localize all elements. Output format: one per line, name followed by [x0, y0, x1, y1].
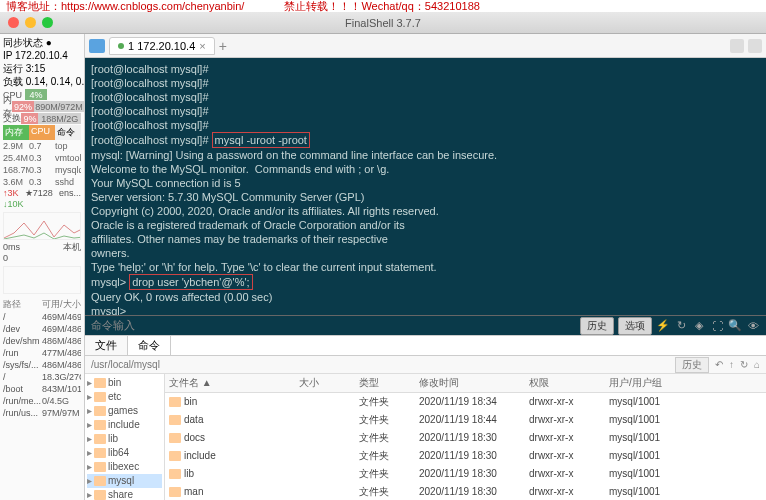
file-panel: 文件 命令 /usr/local/mysql 历史 ↶ ↑ ↻ ⌂ ▸bin▸e… — [85, 335, 766, 500]
file-row[interactable]: lib文件夹2020/11/19 18:30drwxr-xr-xmysql/10… — [165, 465, 766, 483]
chevron-right-icon: ▸ — [87, 446, 92, 460]
refresh-icon[interactable]: ↻ — [740, 359, 748, 370]
tree-item[interactable]: ▸lib — [87, 432, 162, 446]
folder-icon — [94, 448, 106, 458]
chevron-right-icon: ▸ — [87, 418, 92, 432]
latency-row: 0ms本机 — [3, 242, 81, 253]
history-button[interactable]: 历史 — [675, 357, 709, 373]
tree-item[interactable]: ▸mysql — [87, 474, 162, 488]
proc-header: 内存CPU命令 — [3, 125, 81, 140]
home-icon[interactable]: ⌂ — [754, 359, 760, 370]
highlight-cmd: drop user 'ybchen'@'%'; — [129, 274, 252, 290]
history-button[interactable]: 历史 — [580, 317, 614, 335]
toolbar-icon[interactable] — [748, 39, 762, 53]
close-icon[interactable] — [8, 17, 19, 28]
folder-icon — [169, 451, 181, 461]
tree-item[interactable]: ▸etc — [87, 390, 162, 404]
term-line: [root@localhost mysql]# — [91, 76, 760, 90]
file-row[interactable]: data文件夹2020/11/19 18:44drwxr-xr-xmysql/1… — [165, 411, 766, 429]
folder-icon — [94, 462, 106, 472]
tree-item[interactable]: ▸libexec — [87, 460, 162, 474]
term-line: Query OK, 0 rows affected (0.00 sec) — [91, 290, 760, 304]
toolbar-icon[interactable] — [730, 39, 744, 53]
tab-add-icon[interactable]: + — [219, 38, 227, 54]
sidebar: 同步状态 ● IP 172.20.10.4 运行 3:15 负载 0.14, 0… — [0, 34, 85, 500]
folder-icon — [94, 406, 106, 416]
expand-icon[interactable]: ⛶ — [710, 320, 724, 332]
chevron-right-icon: ▸ — [87, 404, 92, 418]
folder-icon — [94, 378, 106, 388]
chevron-right-icon: ▸ — [87, 488, 92, 500]
up-icon[interactable]: ↑ — [729, 359, 734, 370]
file-tabs: 文件 命令 — [85, 336, 766, 356]
proc-row: 168.7M0.3mysqld — [3, 164, 81, 176]
term-line: affiliates. Other names may be trademark… — [91, 232, 760, 246]
disk-row: /dev/shm486M/486M — [3, 335, 81, 347]
cmd-placeholder[interactable]: 命令输入 — [91, 318, 135, 333]
banner-url: 博客地址：https://www.cnblogs.com/chenyanbin/ — [6, 0, 244, 12]
net-dn: ↓10K — [3, 199, 81, 210]
disk-row: /dev469M/486M — [3, 323, 81, 335]
tabs-bar: 1 172.20.10.4× + — [85, 34, 766, 58]
file-row[interactable]: include文件夹2020/11/19 18:30drwxr-xr-xmysq… — [165, 447, 766, 465]
tab-files[interactable]: 文件 — [85, 336, 128, 355]
folder-icon — [169, 487, 181, 497]
eye-icon[interactable]: 👁 — [746, 320, 760, 332]
uptime-row: 运行 3:15 — [3, 62, 81, 75]
file-list: 文件名 ▲大小类型修改时间权限用户/用户组 bin文件夹2020/11/19 1… — [165, 374, 766, 500]
tab-commands[interactable]: 命令 — [128, 336, 171, 355]
bolt-icon[interactable]: ⚡ — [656, 319, 670, 332]
tree-item[interactable]: ▸games — [87, 404, 162, 418]
term-line: Welcome to the MySQL monitor. Commands e… — [91, 162, 760, 176]
term-line: owners. — [91, 246, 760, 260]
chevron-right-icon: ▸ — [87, 474, 92, 488]
chevron-right-icon: ▸ — [87, 460, 92, 474]
sync-icon[interactable]: ↻ — [674, 319, 688, 332]
term-line: [root@localhost mysql]# — [91, 90, 760, 104]
network-icon[interactable]: ◈ — [692, 319, 706, 332]
disk-row: /18.3G/27G — [3, 371, 81, 383]
terminal[interactable]: [root@localhost mysql]#[root@localhost m… — [85, 58, 766, 315]
ip-row: IP 172.20.10.4 — [3, 49, 81, 62]
minimize-icon[interactable] — [25, 17, 36, 28]
tab-close-icon[interactable]: × — [199, 40, 205, 52]
folder-icon — [94, 490, 106, 500]
folder-icon — [94, 434, 106, 444]
tree-item[interactable]: ▸lib64 — [87, 446, 162, 460]
disk-row: /run477M/486M — [3, 347, 81, 359]
back-icon[interactable]: ↶ — [715, 359, 723, 370]
term-line: [root@localhost mysql]# — [91, 104, 760, 118]
disk-header: 路径可用/大小 — [3, 298, 81, 311]
folder-icon — [169, 433, 181, 443]
tree-item[interactable]: ▸bin — [87, 376, 162, 390]
folder-icon[interactable] — [89, 39, 105, 53]
search-icon[interactable]: 🔍 — [728, 319, 742, 332]
window-title: FinalShell 3.7.7 — [345, 17, 421, 29]
disk-row: /run/us...97M/97M — [3, 407, 81, 419]
term-line: mysql: [Warning] Using a password on the… — [91, 148, 760, 162]
term-line: Oracle is a registered trademark of Orac… — [91, 218, 760, 232]
folder-icon — [94, 476, 106, 486]
file-row[interactable]: bin文件夹2020/11/19 18:34drwxr-xr-xmysql/10… — [165, 393, 766, 411]
folder-icon — [94, 420, 106, 430]
file-row[interactable]: docs文件夹2020/11/19 18:30drwxr-xr-xmysql/1… — [165, 429, 766, 447]
maximize-icon[interactable] — [42, 17, 53, 28]
proc-row: 3.6M0.3sshd — [3, 176, 81, 188]
current-path[interactable]: /usr/local/mysql — [91, 359, 160, 370]
tab-session[interactable]: 1 172.20.10.4× — [109, 37, 215, 55]
sync-status: 同步状态 ● — [3, 36, 81, 49]
net-graph — [3, 212, 81, 240]
zero-row: 0 — [3, 253, 81, 264]
tree-item[interactable]: ▸share — [87, 488, 162, 500]
tree-item[interactable]: ▸include — [87, 418, 162, 432]
disk-row: /469M/469M — [3, 311, 81, 323]
file-row[interactable]: man文件夹2020/11/19 18:30drwxr-xr-xmysql/10… — [165, 483, 766, 500]
latency-graph — [3, 266, 81, 294]
options-button[interactable]: 选项 — [618, 317, 652, 335]
swap-bar: 交换9%188M/2G — [3, 113, 81, 124]
folder-icon — [94, 392, 106, 402]
folder-icon — [169, 469, 181, 479]
proc-row: 2.9M0.7top — [3, 140, 81, 152]
file-list-header[interactable]: 文件名 ▲大小类型修改时间权限用户/用户组 — [165, 374, 766, 393]
folder-icon — [169, 397, 181, 407]
